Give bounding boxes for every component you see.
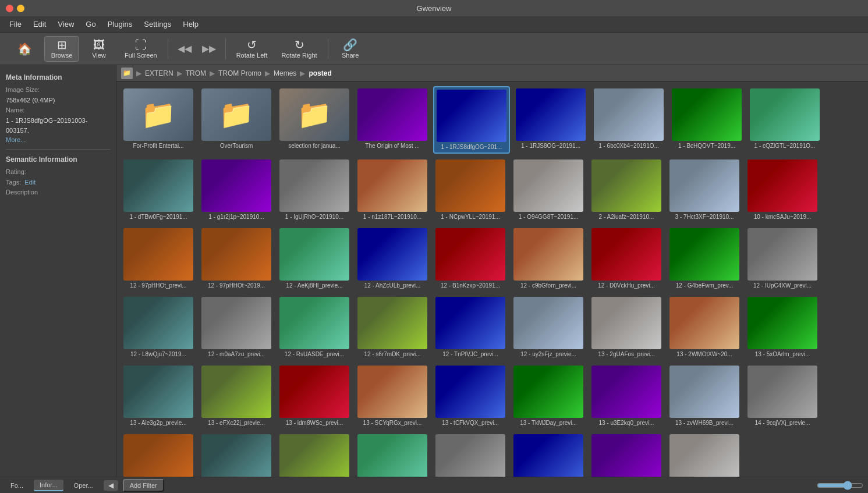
thumbnail-item[interactable]: The Origin of Most ... bbox=[355, 86, 430, 154]
menu-item-view[interactable]: View bbox=[53, 18, 79, 30]
thumbnail-item[interactable]: 13 - 5xOArlm_previ... bbox=[745, 295, 820, 360]
thumbnail-item[interactable]: 📁selection for janua... bbox=[277, 86, 352, 154]
thumbnail-label: 12 - G4beFwm_prev... bbox=[676, 282, 734, 289]
thumbnail-item[interactable]: ... bbox=[277, 432, 352, 477]
thumbnail-item[interactable]: 12 - s6r7mDK_previ... bbox=[355, 295, 430, 360]
rotate-right-button[interactable]: ↻ Rotate Right bbox=[275, 37, 323, 61]
thumbnail-item[interactable]: ... bbox=[121, 432, 196, 477]
thumbnail-item[interactable]: 1 - NCpwYLL~20191... bbox=[433, 157, 508, 222]
more-link[interactable]: More... bbox=[6, 136, 110, 143]
thumbnail-item[interactable]: 13 - zvWH69B_previ... bbox=[667, 363, 742, 428]
thumbnail-item[interactable]: 3 - 7Hct3XF~201910... bbox=[667, 157, 742, 222]
thumbnail-item[interactable]: ... bbox=[589, 432, 664, 477]
nav-prev-button[interactable]: ◀ bbox=[104, 480, 118, 491]
thumbnail-item[interactable]: 12 - L8wQju7~2019... bbox=[121, 295, 196, 360]
thumbnail-item[interactable]: 13 - idm8WSc_previ... bbox=[277, 363, 352, 428]
operations-tab[interactable]: Oper... bbox=[68, 480, 99, 491]
thumbnail-item[interactable]: ... bbox=[433, 432, 508, 477]
thumbnail-item[interactable]: 12 - B1nKzxp~20191... bbox=[433, 226, 508, 291]
breadcrumb-item-posted[interactable]: posted bbox=[309, 69, 331, 77]
name-value: 1 - 1RJS8dfgOG~20191003-003157. bbox=[6, 116, 110, 136]
thumbnail-item[interactable]: 📁For-Profit Entertai... bbox=[121, 86, 196, 154]
browse-button[interactable]: ⊞ Browse bbox=[44, 36, 79, 62]
thumbnail-item[interactable]: 1 - cQZlGTL~20191O... bbox=[747, 86, 822, 154]
thumbnail-item[interactable]: 12 - G4beFwm_prev... bbox=[667, 226, 742, 291]
thumbnail-item[interactable]: 1 - BcHQOVT~2019... bbox=[669, 86, 744, 154]
image-thumbnail bbox=[123, 366, 193, 418]
thumbnail-item[interactable]: 12 - IUpC4XW_previ... bbox=[745, 226, 820, 291]
thumbnail-item[interactable]: 1 - 1RJS8OG~20191... bbox=[513, 86, 588, 154]
thumbnail-item[interactable]: 1 - g1r2j1p~201910... bbox=[199, 157, 274, 222]
thumbnail-item[interactable]: 12 - 97pHHOt~2019... bbox=[199, 226, 274, 291]
thumbnail-item[interactable]: 12 - AhZcULb_previ... bbox=[355, 226, 430, 291]
breadcrumb-item-trom-promo[interactable]: TROM Promo bbox=[218, 69, 261, 77]
thumbnail-item[interactable]: 12 - TnPfVJC_previ... bbox=[433, 295, 508, 360]
thumbnail-item[interactable]: 13 - SCYqRGx_previ... bbox=[355, 363, 430, 428]
forward-button[interactable]: ▶▶ bbox=[197, 40, 221, 58]
breadcrumb-item-extern[interactable]: EXTERN bbox=[145, 69, 173, 77]
thumbnail-item[interactable]: 13 - tCFkVQX_previ... bbox=[433, 363, 508, 428]
menu-item-help[interactable]: Help bbox=[178, 18, 203, 30]
image-thumbnail bbox=[123, 228, 193, 281]
thumbnail-item[interactable]: 1 - 6bc0Xb4~20191O... bbox=[591, 86, 666, 154]
breadcrumb-item-trom[interactable]: TROM bbox=[186, 69, 206, 77]
menu-item-go[interactable]: Go bbox=[81, 18, 100, 30]
thumbnail-label: 14 - 9cqjVXj_previe... bbox=[754, 420, 810, 426]
thumbnail-item[interactable]: 13 - TkMJDay_previ... bbox=[511, 363, 586, 428]
thumbnail-label: 13 - Aie3g2p_previe... bbox=[130, 420, 186, 426]
info-tab[interactable]: Infor... bbox=[34, 480, 63, 491]
rotate-left-button[interactable]: ↺ Rotate Left bbox=[231, 37, 274, 61]
image-thumbnail bbox=[591, 297, 661, 349]
menu-item-plugins[interactable]: Plugins bbox=[103, 18, 137, 30]
thumbnail-item[interactable]: 1 - IgUjRhO~201910... bbox=[277, 157, 352, 222]
thumbnail-item[interactable]: 13 - 2WMOtXW~20... bbox=[667, 295, 742, 360]
thumbnail-item[interactable]: 10 - kmcSAJu~2019... bbox=[745, 157, 820, 222]
thumbnail-item[interactable]: 13 - u3E2kq0_previ... bbox=[589, 363, 664, 428]
view-button[interactable]: 🖼 View bbox=[82, 37, 116, 61]
folders-tab[interactable]: Fo... bbox=[5, 480, 29, 491]
menu-item-file[interactable]: File bbox=[5, 18, 26, 30]
menu-item-settings[interactable]: Settings bbox=[139, 18, 176, 30]
thumbnail-item[interactable]: 14 - 9cqjVXj_previe... bbox=[745, 363, 820, 428]
thumbnail-label: selection for janua... bbox=[288, 143, 341, 149]
share-button[interactable]: 🔗 Share bbox=[333, 37, 368, 61]
thumbnail-item[interactable]: 12 - m0aA7zu_previ... bbox=[199, 295, 274, 360]
image-size-label: Image Size: bbox=[6, 85, 110, 95]
close-button[interactable] bbox=[6, 5, 13, 12]
add-filter-button[interactable]: Add Filter bbox=[123, 479, 164, 492]
folder-thumbnail: 📁 bbox=[201, 88, 271, 141]
thumbnail-item[interactable]: ... bbox=[511, 432, 586, 477]
thumbnail-item[interactable]: 1 - 1RJS8dfgOG~201... bbox=[433, 86, 510, 154]
tags-edit-link[interactable]: Edit bbox=[24, 179, 36, 186]
view-icon: 🖼 bbox=[93, 39, 105, 51]
thumbnail-item[interactable]: 13 - eFXc22j_previe... bbox=[199, 363, 274, 428]
thumbnail-item[interactable]: 12 - 97pHHOt_previ... bbox=[121, 226, 196, 291]
thumbnail-item[interactable]: 12 - RsUASDE_previ... bbox=[277, 295, 352, 360]
thumbnail-item[interactable]: ... bbox=[355, 432, 430, 477]
image-thumbnail bbox=[747, 228, 817, 281]
minimize-button[interactable] bbox=[17, 5, 24, 12]
back-button[interactable]: ◀◀ bbox=[173, 40, 196, 58]
fullscreen-button[interactable]: ⛶ Full Screen bbox=[119, 37, 163, 61]
home-button[interactable]: 🏠 bbox=[7, 41, 42, 57]
thumbnail-item[interactable]: 1 - n1z187L~201910... bbox=[355, 157, 430, 222]
thumbnail-item[interactable]: 2 - A2iuafz~201910... bbox=[589, 157, 664, 222]
thumbnail-item[interactable]: 12 - AeKj8HI_previe... bbox=[277, 226, 352, 291]
thumbnail-item[interactable]: 12 - uy2sFjz_previe... bbox=[511, 295, 586, 360]
thumbnail-item[interactable]: 13 - Aie3g2p_previe... bbox=[121, 363, 196, 428]
thumbnail-item[interactable]: 13 - 2gUAFos_previ... bbox=[589, 295, 664, 360]
image-thumbnail bbox=[669, 297, 739, 349]
thumbnail-item[interactable]: 📁OverTourism bbox=[199, 86, 274, 154]
thumbnail-item[interactable]: 1 - O94GG8T~20191... bbox=[511, 157, 586, 222]
thumbnail-grid[interactable]: 📁For-Profit Entertai...📁OverTourism📁sele… bbox=[116, 81, 868, 477]
breadcrumb: 📁 ▶EXTERN▶TROM▶TROM Promo▶Memes▶posted bbox=[116, 65, 868, 81]
thumbnail-item[interactable]: ... bbox=[667, 432, 742, 477]
menu-item-edit[interactable]: Edit bbox=[29, 18, 51, 30]
thumbnail-item[interactable]: ... bbox=[199, 432, 274, 477]
thumbnail-item[interactable]: 12 - D0VckHu_previ... bbox=[589, 226, 664, 291]
zoom-slider[interactable] bbox=[817, 481, 863, 490]
thumbnail-item[interactable]: 1 - dTBw0Fg~20191... bbox=[121, 157, 196, 222]
thumbnail-item[interactable]: 12 - c9bGfom_previ... bbox=[511, 226, 586, 291]
breadcrumb-item-memes[interactable]: Memes bbox=[274, 69, 296, 77]
semantic-info-title: Semantic Information bbox=[6, 155, 110, 164]
